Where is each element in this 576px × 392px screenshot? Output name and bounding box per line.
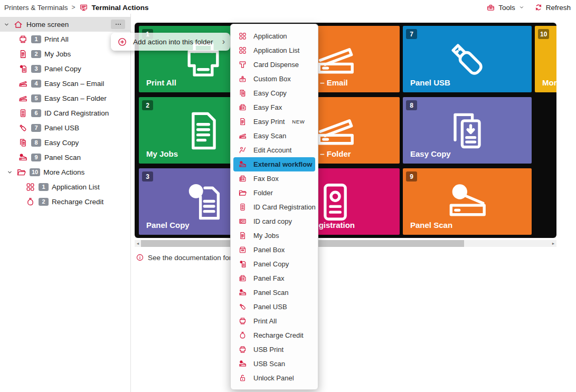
menu-item-panel-copy[interactable]: Panel Copy xyxy=(231,257,318,271)
horizontal-scrollbar[interactable]: ◄ ► xyxy=(135,240,556,247)
menu-item-custom-box[interactable]: Custom Box xyxy=(231,72,318,86)
sidebar-item-label: Panel Scan xyxy=(44,154,81,161)
new-tag: NEW xyxy=(292,119,305,125)
copy-bubble-icon xyxy=(179,178,228,226)
menu-item-my-jobs[interactable]: My Jobs xyxy=(231,228,318,243)
id-card-icon xyxy=(18,108,28,118)
scanner-icon xyxy=(238,131,247,140)
scan-bubble-icon xyxy=(238,160,247,169)
breadcrumb-printers-terminals[interactable]: Printers & Terminals xyxy=(4,4,68,12)
menu-item-external-workflow[interactable]: External workflow xyxy=(233,157,315,171)
menu-item-fax-box[interactable]: Fax Box xyxy=(231,171,318,186)
menu-item-label: Card Dispense xyxy=(253,61,299,69)
chevron-down-icon-slot xyxy=(518,4,525,11)
sidebar-item-panel-copy[interactable]: 3Panel Copy xyxy=(0,61,130,76)
tile-more-actions[interactable]: 10More Actions xyxy=(535,26,556,92)
menu-item-id-card-copy[interactable]: ID card copy xyxy=(231,214,318,228)
more-options-button[interactable] xyxy=(111,20,125,29)
menu-item-easy-scan[interactable]: Easy Scan xyxy=(231,129,318,143)
sidebar-item-easy-scan-email[interactable]: 4Easy Scan – Email xyxy=(0,76,130,91)
menu-item-panel-fax[interactable]: Panel Fax xyxy=(231,271,318,285)
tile-panel-scan[interactable]: 9Panel Scan xyxy=(403,168,532,235)
menu-item-folder[interactable]: Folder xyxy=(231,186,318,200)
action-type-submenu: ApplicationApplication ListCard Dispense… xyxy=(230,24,318,390)
menu-item-label: Easy Copy xyxy=(253,89,287,97)
tile-easy-copy[interactable]: 8Easy Copy xyxy=(403,97,532,164)
scroll-left-arrow[interactable]: ◄ xyxy=(135,240,141,247)
sidebar-item-label: Panel Copy xyxy=(44,65,81,73)
card-dispense-icon xyxy=(238,60,247,69)
breadcrumb: Printers & Terminals > Terminal Actions xyxy=(4,3,149,12)
sidebar-item-label: More Actions xyxy=(43,168,84,176)
sidebar-item-home-screen[interactable]: Home screen xyxy=(0,17,130,32)
menu-item-label: Recharge Credit xyxy=(253,331,304,339)
chevron-down-icon[interactable] xyxy=(3,21,10,28)
refresh-icon xyxy=(534,3,543,12)
sidebar-item-easy-scan-folder[interactable]: 5Easy Scan – Folder xyxy=(0,91,130,106)
printer-icon xyxy=(238,317,247,326)
page-title: Terminal Actions xyxy=(92,4,149,12)
custom-box-icon xyxy=(238,74,247,83)
chevron-down-icon xyxy=(518,4,525,11)
menu-item-application[interactable]: Application xyxy=(231,29,318,43)
terminal-actions-page: Printers & Terminals > Terminal Actions … xyxy=(0,0,576,392)
item-number-badge: 9 xyxy=(31,154,41,161)
sidebar-item-label: ID Card Registration xyxy=(44,109,109,117)
chevron-down-icon[interactable] xyxy=(6,169,13,176)
menu-item-label: Panel Scan xyxy=(253,289,289,297)
menu-item-label: Easy Fax xyxy=(253,103,282,111)
tile-panel-usb[interactable]: 7Panel USB xyxy=(403,26,532,92)
fax-icon xyxy=(238,103,247,112)
document-icon xyxy=(238,231,247,240)
sidebar-item-id-card-registration[interactable]: 6ID Card Registration xyxy=(0,106,130,120)
scan-bubble-icon xyxy=(18,152,28,162)
item-number-badge: 8 xyxy=(31,139,41,147)
sidebar-item-panel-scan[interactable]: 9Panel Scan xyxy=(0,150,130,165)
money-bag-icon xyxy=(25,197,35,207)
tools-button[interactable]: Tools xyxy=(486,3,525,12)
item-number-badge: 5 xyxy=(31,94,41,102)
item-number-badge: 7 xyxy=(31,124,41,132)
menu-item-label: Application List xyxy=(253,46,299,54)
menu-item-panel-usb[interactable]: Panel USB xyxy=(231,300,318,314)
sidebar-item-application-list[interactable]: 1Application List xyxy=(0,179,130,194)
tile-label: Easy Copy xyxy=(410,149,451,158)
sidebar-item-more-actions[interactable]: 10More Actions xyxy=(0,165,130,179)
menu-item-usb-scan[interactable]: USB Scan xyxy=(231,357,318,371)
menu-item-easy-copy[interactable]: Easy Copy xyxy=(231,86,318,100)
menu-item-usb-print[interactable]: USB Print xyxy=(231,342,318,357)
menu-item-label: USB Scan xyxy=(253,360,285,368)
menu-item-unlock-panel[interactable]: Unlock Panel xyxy=(231,371,318,385)
terminal-screen-preview: 1Print All4Easy Scan – Email7Panel USB10… xyxy=(135,23,556,238)
menu-item-print-all[interactable]: Print All xyxy=(231,314,318,328)
sidebar-item-my-jobs[interactable]: 2My Jobs xyxy=(0,46,130,61)
menu-item-panel-scan[interactable]: Panel Scan xyxy=(231,285,318,300)
add-action-menu-item[interactable]: Add action into this folder › xyxy=(111,33,230,51)
menu-item-label: Easy Scan xyxy=(253,132,286,140)
sidebar-item-recharge-credit[interactable]: 2Recharge Credit xyxy=(0,194,130,209)
refresh-button[interactable]: Refresh xyxy=(534,3,571,12)
scan-bubble-icon xyxy=(238,359,247,368)
menu-item-label: Unlock Panel xyxy=(253,374,294,382)
copy-bubble-icon xyxy=(18,64,28,74)
sidebar-item-panel-usb[interactable]: 7Panel USB xyxy=(0,120,130,135)
copy-bubble-icon xyxy=(238,260,247,269)
menu-item-label: Edit Account xyxy=(253,146,291,154)
info-icon xyxy=(136,253,144,262)
menu-item-id-card-registration[interactable]: ID Card Registration xyxy=(231,200,318,214)
menu-item-edit-account[interactable]: Edit Account xyxy=(231,143,318,157)
tile-label: Panel USB xyxy=(410,78,450,87)
menu-item-recharge-credit[interactable]: Recharge Credit xyxy=(231,328,318,342)
menu-item-easy-print[interactable]: Easy PrintNEW xyxy=(231,114,318,129)
menu-item-application-list[interactable]: Application List xyxy=(231,43,318,58)
menu-item-panel-box[interactable]: Panel Box xyxy=(231,243,318,257)
money-bag-icon xyxy=(238,331,247,340)
sidebar-item-easy-copy[interactable]: 8Easy Copy xyxy=(0,135,130,150)
edit-account-icon xyxy=(238,146,247,155)
menu-item-easy-fax[interactable]: Easy Fax xyxy=(231,100,318,114)
scroll-right-arrow[interactable]: ► xyxy=(550,240,556,247)
sidebar-item-label: Home screen xyxy=(26,21,69,28)
id-card-copy-icon xyxy=(238,217,247,226)
menu-item-card-dispense[interactable]: Card Dispense xyxy=(231,58,318,72)
usb-icon xyxy=(18,123,28,133)
